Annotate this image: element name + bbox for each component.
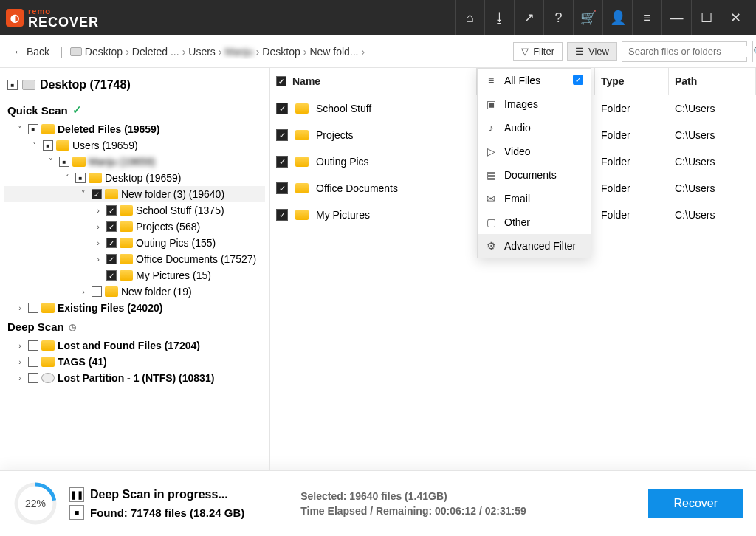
tree-item[interactable]: ›Outing Pics (155): [4, 235, 265, 251]
tree-checkbox[interactable]: [28, 124, 38, 134]
chevron-right-icon: ›: [217, 46, 224, 58]
stop-button[interactable]: ■: [69, 505, 84, 520]
tree-checkbox[interactable]: [106, 238, 117, 248]
row-checkbox[interactable]: [276, 156, 288, 168]
tree-checkbox[interactable]: [43, 140, 53, 151]
tree-item[interactable]: ›Lost Partition - 1 (NTFS) (10831): [4, 370, 265, 386]
tree-checkbox[interactable]: [28, 373, 38, 383]
tree-item[interactable]: ›Projects (568): [4, 219, 265, 235]
header-checkbox[interactable]: [276, 76, 286, 86]
row-checkbox[interactable]: [276, 129, 288, 141]
filter-item[interactable]: ♪Audio: [478, 116, 591, 140]
chevron-right-icon[interactable]: ›: [15, 357, 25, 366]
chevron-right-icon[interactable]: ›: [15, 341, 25, 350]
maximize-icon[interactable]: ☐: [691, 0, 721, 35]
root-checkbox[interactable]: [7, 80, 18, 90]
tree-item[interactable]: ˅Deleted Files (19659): [4, 121, 265, 137]
tree-item[interactable]: ›School Stuff (1375): [4, 202, 265, 219]
chevron-right-icon[interactable]: ›: [93, 222, 103, 231]
tree-item[interactable]: ›Office Documents (17527): [4, 251, 265, 267]
pause-button[interactable]: ❚❚: [69, 487, 84, 502]
tree-item[interactable]: My Pictures (15): [4, 267, 265, 284]
chevron-down-icon[interactable]: ˅: [62, 173, 72, 183]
filter-item[interactable]: ≡All Files✓: [478, 69, 591, 92]
tree-checkbox[interactable]: [28, 357, 38, 367]
breadcrumb[interactable]: Manju: [224, 44, 255, 59]
filter-item[interactable]: ▷Video: [478, 140, 591, 163]
chevron-down-icon[interactable]: ˅: [78, 190, 89, 199]
brand-recover: RECOVER: [28, 16, 99, 29]
col-path-label[interactable]: Path: [669, 68, 756, 95]
filter-item[interactable]: ▢Other: [478, 210, 591, 234]
chevron-right-icon[interactable]: ›: [93, 255, 103, 264]
chevron-down-icon[interactable]: ˅: [46, 157, 56, 167]
tree-checkbox[interactable]: [28, 340, 38, 351]
breadcrumb[interactable]: Deleted ...: [131, 44, 181, 59]
filter-item[interactable]: ✉Email: [478, 187, 591, 210]
chevron-down-icon[interactable]: ˅: [15, 125, 25, 134]
tree-checkbox[interactable]: [59, 157, 69, 167]
tree-checkbox[interactable]: [106, 221, 117, 232]
search-icon[interactable]: 🔍: [752, 41, 756, 62]
file-path: C:\Users: [669, 202, 756, 228]
chevron-right-icon[interactable]: ›: [93, 206, 103, 215]
chevron-right-icon[interactable]: ›: [93, 238, 103, 247]
row-checkbox[interactable]: [276, 209, 288, 221]
tree-item[interactable]: ›Lost and Found Files (17204): [4, 337, 265, 354]
tree-checkbox[interactable]: [106, 270, 117, 281]
tree-item[interactable]: ›New folder (19): [4, 284, 265, 300]
chevron-right-icon[interactable]: ›: [15, 374, 25, 382]
chevron-right-icon: ›: [360, 46, 367, 58]
view-button[interactable]: ☰ View: [567, 42, 617, 61]
tree-checkbox[interactable]: [106, 254, 117, 264]
tree-item[interactable]: ›TAGS (41): [4, 354, 265, 370]
tree-item[interactable]: ˅Users (19659): [4, 137, 265, 154]
breadcrumb[interactable]: Desktop: [261, 44, 301, 59]
filter-item[interactable]: ▤Documents: [478, 163, 591, 187]
menu-icon[interactable]: ≡: [632, 0, 662, 35]
filter-item[interactable]: ▣Images: [478, 92, 591, 116]
breadcrumb[interactable]: Desktop: [69, 44, 124, 59]
filter-button[interactable]: ▽ Filter: [513, 42, 563, 61]
download-icon[interactable]: ⭳: [484, 0, 514, 35]
tree-item[interactable]: ˅New folder (3) (19640): [4, 186, 265, 202]
chevron-right-icon[interactable]: ›: [15, 303, 25, 312]
row-checkbox[interactable]: [276, 182, 288, 194]
filter-item[interactable]: ⚙Advanced Filter: [478, 234, 591, 258]
breadcrumb[interactable]: Users: [187, 44, 217, 59]
breadcrumb-label: Desktop: [262, 46, 300, 58]
recover-button[interactable]: Recover: [648, 489, 743, 518]
tree-checkbox[interactable]: [106, 205, 117, 216]
help-icon[interactable]: ?: [543, 0, 573, 35]
tree-item[interactable]: ›Existing Files (24020): [4, 300, 265, 316]
clock-icon: ◷: [69, 322, 76, 332]
tree-checkbox[interactable]: [92, 286, 102, 297]
filter-item-label: Advanced Filter: [504, 240, 576, 252]
folder-icon: [295, 130, 309, 140]
search-input[interactable]: [628, 46, 752, 57]
row-checkbox[interactable]: [276, 103, 288, 114]
filter-item-icon: ≡: [485, 75, 497, 86]
chevron-down-icon[interactable]: ˅: [30, 141, 40, 151]
close-icon[interactable]: ✕: [721, 0, 750, 35]
col-type-label[interactable]: Type: [595, 68, 669, 95]
tree-item[interactable]: ˅Desktop (19659): [4, 170, 265, 186]
tree-item[interactable]: ˅Manju (19659): [4, 154, 265, 170]
col-name-label[interactable]: Name: [292, 75, 320, 87]
tree-root[interactable]: Desktop (71748): [4, 75, 265, 99]
user-icon[interactable]: 👤: [602, 0, 632, 35]
home-icon[interactable]: ⌂: [455, 0, 484, 35]
folder-icon: [105, 189, 118, 199]
chevron-right-icon: ›: [181, 46, 188, 58]
check-icon: ✓: [573, 75, 583, 85]
cart-icon[interactable]: 🛒: [573, 0, 602, 35]
scan-progress-label: Deep Scan in progress...: [90, 488, 228, 501]
export-icon[interactable]: ↗: [514, 0, 543, 35]
chevron-right-icon[interactable]: ›: [78, 287, 89, 296]
back-button[interactable]: ← Back: [9, 43, 54, 61]
minimize-icon[interactable]: —: [662, 0, 691, 35]
breadcrumb[interactable]: New fold...: [308, 44, 360, 59]
tree-checkbox[interactable]: [92, 189, 102, 199]
tree-checkbox[interactable]: [28, 303, 38, 313]
tree-checkbox[interactable]: [75, 173, 86, 183]
